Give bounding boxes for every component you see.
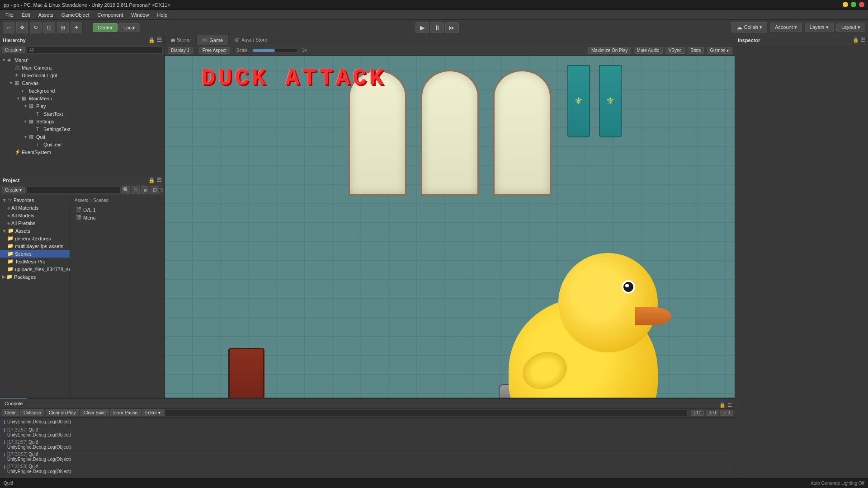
tab-game[interactable]: 🎮 Game: [197, 35, 229, 45]
project-item-uploads[interactable]: 📁 uploads_files_834778_seper...: [0, 265, 70, 273]
console-log-4[interactable]: ℹ [17:32:58] Quit!UnityEngine.Debug.Log(…: [2, 463, 733, 475]
aspect-selector[interactable]: Free Aspect: [199, 47, 230, 54]
center-button[interactable]: Center: [93, 23, 118, 32]
project-item-all-models[interactable]: ◈ All Models: [0, 211, 70, 219]
console-clear-on-play-button[interactable]: Clear on Play: [46, 409, 79, 416]
tool-transform[interactable]: ↔: [3, 22, 14, 33]
vsync[interactable]: VSync: [665, 47, 685, 54]
project-size-icon-btn[interactable]: ⊡: [151, 186, 159, 194]
play-button[interactable]: ▶: [415, 22, 429, 33]
project-item-textmesh[interactable]: 📁 TextMesh Pro: [0, 258, 70, 265]
console-error-count[interactable]: ✕ 0: [720, 410, 733, 416]
hierarchy-item-main-camera[interactable]: 🎥 Main Camera: [0, 64, 165, 71]
project-item-multiplayer[interactable]: 📁 multiplayer-fps-assets: [0, 242, 70, 250]
maximize-button[interactable]: [851, 2, 856, 7]
console-clear-build-button[interactable]: Clear Build: [80, 409, 109, 416]
project-item-all-prefabs[interactable]: ◈ All Prefabs: [0, 219, 70, 227]
layout-button[interactable]: Layout ▾: [836, 23, 865, 32]
project-item-packages[interactable]: ▶ 📁 Packages: [0, 273, 70, 281]
tool-scale[interactable]: ⊡: [43, 22, 55, 33]
hierarchy-item-background[interactable]: ▪ background: [0, 87, 165, 94]
breadcrumb-scenes[interactable]: Scenes: [90, 198, 108, 203]
display-selector[interactable]: Display 1: [168, 47, 193, 54]
project-item-general-textures[interactable]: 📁 general-textures: [0, 235, 70, 242]
project-item-scenes[interactable]: 📁 Scenes: [0, 250, 70, 258]
menu-file[interactable]: File: [2, 11, 17, 19]
hierarchy-item-menu[interactable]: ▼ ◈ Menu*: [0, 56, 165, 64]
project-item-assets[interactable]: ▼ 📁 Assets: [0, 227, 70, 235]
console-log-0[interactable]: ℹ UnityEngine.Debug.Log(Object): [2, 418, 733, 427]
tab-asset-store[interactable]: 🛒 Asset Store: [229, 35, 273, 45]
console-editor-button[interactable]: Editor ▾: [142, 409, 164, 416]
console-search[interactable]: [165, 410, 688, 416]
local-button[interactable]: Local: [118, 23, 140, 32]
project-filter-icon-btn[interactable]: ☆: [132, 186, 140, 194]
console-info-count[interactable]: ℹ 11: [691, 410, 704, 416]
menu-help[interactable]: Help: [153, 11, 171, 19]
menu-edit[interactable]: Edit: [18, 11, 34, 19]
console-log-3[interactable]: ℹ [17:32:57] Quit!UnityEngine.Debug.Log(…: [2, 451, 733, 463]
tool-multi[interactable]: ✦: [71, 22, 82, 33]
minimize-button[interactable]: [843, 2, 848, 7]
tab-scene[interactable]: 🏔 Scene: [165, 35, 197, 45]
project-search-icon-btn[interactable]: 🔍: [122, 186, 130, 194]
hierarchy-item-starttext[interactable]: T StartText: [0, 110, 165, 117]
pause-button[interactable]: ⏸: [430, 22, 444, 33]
hierarchy-item-directional-light[interactable]: ☀ Directional Light: [0, 71, 165, 79]
console-error-pause-button[interactable]: Error Pause: [110, 409, 141, 416]
breadcrumb-assets[interactable]: Assets: [75, 198, 88, 203]
project-item-all-materials[interactable]: ◈ All Materials: [0, 204, 70, 211]
hierarchy-lock-icon[interactable]: 🔒: [148, 37, 155, 43]
hierarchy-item-mainmenu[interactable]: ▼ ▦ MainMenu: [0, 94, 165, 102]
project-file-menu[interactable]: 🎬 Menu: [74, 214, 161, 221]
console-tab-console[interactable]: Console: [0, 398, 27, 408]
tool-move[interactable]: ✥: [16, 22, 28, 33]
stats[interactable]: Stats: [688, 47, 704, 54]
mute-audio[interactable]: Mute Audio: [634, 47, 663, 54]
step-button[interactable]: ⏭: [445, 22, 459, 33]
project-lock-icon[interactable]: 🔒: [148, 177, 155, 183]
account-button[interactable]: Account ▾: [770, 23, 802, 32]
scale-slider[interactable]: [252, 49, 297, 52]
project-file-lvl1[interactable]: 🎬 LVL 1: [74, 206, 161, 214]
hierarchy-search[interactable]: [27, 47, 163, 54]
hierarchy-item-quittext[interactable]: T QuitText: [0, 141, 165, 148]
project-create-button[interactable]: Create ▾: [2, 187, 25, 193]
console-collapse-button[interactable]: Collapse: [20, 409, 44, 416]
menu-component[interactable]: Component: [94, 11, 127, 19]
console-warn-count[interactable]: ⚠ 0: [706, 410, 719, 416]
layers-button[interactable]: Layers ▾: [805, 23, 834, 32]
hierarchy-item-canvas[interactable]: ▼ ▦ Canvas: [0, 79, 165, 87]
inspector-lock-icon[interactable]: 🔒: [853, 37, 859, 43]
tool-rotate[interactable]: ↻: [30, 22, 42, 33]
menu-assets[interactable]: Assets: [35, 11, 57, 19]
hierarchy-menu-icon[interactable]: ☰: [157, 37, 162, 43]
close-button[interactable]: [859, 2, 864, 7]
project-menu-icon[interactable]: ☰: [157, 177, 162, 183]
console-menu-icon[interactable]: ☰: [727, 402, 732, 408]
console-tab-label: Console: [5, 401, 23, 406]
collab-button[interactable]: ☁ Collab ▾: [731, 22, 767, 33]
console-clear-button[interactable]: Clear: [2, 409, 19, 416]
menu-gameobject[interactable]: GameObject: [58, 11, 93, 19]
hierarchy-item-eventsystem[interactable]: ⚡ EventSystem: [0, 148, 165, 156]
hierarchy-item-settings[interactable]: ▼ ▦ Settings: [0, 117, 165, 125]
game-tab-icon: 🎮: [202, 38, 208, 42]
hierarchy-create-button[interactable]: Create ▾: [2, 47, 25, 53]
inspector-menu-icon[interactable]: ☰: [861, 37, 865, 43]
project-sort-icon-btn[interactable]: ≡: [141, 186, 149, 194]
gizmos[interactable]: Gizmos ▾: [707, 47, 732, 54]
project-search[interactable]: [26, 187, 121, 193]
hierarchy-item-settingstext[interactable]: T SettingsText: [0, 125, 165, 133]
console-lock-icon[interactable]: 🔒: [719, 402, 726, 408]
multiplayer-label: multiplayer-fps-assets: [15, 244, 63, 249]
menu-window[interactable]: Window: [127, 11, 152, 19]
hierarchy-item-play[interactable]: ▼ ▦ Play: [0, 102, 165, 110]
project-item-favorites[interactable]: ▼ ☆ Favorites: [0, 196, 70, 204]
console-log-1[interactable]: ℹ [17:32:57] Quit!UnityEngine.Debug.Log(…: [2, 427, 733, 439]
hierarchy-item-quit[interactable]: ▼ ▦ Quit: [0, 133, 165, 141]
scene-sep-2: |: [232, 48, 234, 53]
maximize-on-play[interactable]: Maximize On Play: [588, 47, 631, 54]
tool-rect[interactable]: ⊞: [57, 22, 69, 33]
console-log-2[interactable]: ℹ [17:32:57] Quit!UnityEngine.Debug.Log(…: [2, 439, 733, 451]
